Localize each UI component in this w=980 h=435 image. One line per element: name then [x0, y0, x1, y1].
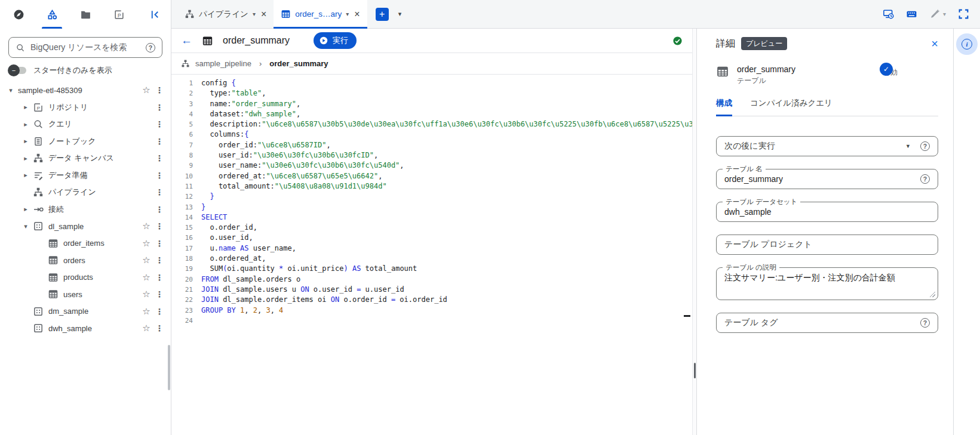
tab-configuration[interactable]: 構成: [716, 98, 732, 116]
star-icon[interactable]: ☆: [139, 323, 154, 334]
sidebar-scrollbar[interactable]: [168, 345, 170, 390]
code-text[interactable]: name:"order_summary",: [193, 99, 692, 109]
code-line[interactable]: 11 total_amount:"\u5408\u8a08\u91d1\u984…: [171, 181, 692, 192]
search-input[interactable]: BigQuery リソースを検索 ?: [8, 37, 162, 58]
tree-item[interactable]: ▸クエリ⋮: [0, 116, 171, 133]
info-button[interactable]: i: [956, 33, 978, 55]
folder-icon[interactable]: [73, 0, 98, 29]
more-menu-icon[interactable]: ⋮: [154, 239, 165, 248]
code-line[interactable]: 16 o.user_id,: [171, 233, 692, 243]
more-menu-icon[interactable]: ⋮: [154, 119, 165, 129]
caret-right-icon[interactable]: ▸: [19, 155, 33, 162]
more-menu-icon[interactable]: ⋮: [154, 273, 165, 282]
code-line[interactable]: 23GROUP BY 1, 2, 3, 4: [171, 306, 692, 316]
tree-item[interactable]: users☆⋮: [0, 286, 171, 303]
explorer-shapes-icon[interactable]: [39, 0, 64, 29]
tree-item[interactable]: orders☆⋮: [0, 252, 171, 269]
collapse-panel-icon[interactable]: [145, 0, 165, 29]
table-project-field[interactable]: テーブル プロジェクト: [716, 235, 938, 255]
code-text[interactable]: JOIN dl_sample.users u ON o.user_id = u.…: [193, 285, 692, 295]
code-text[interactable]: user_name:"\u30e6\u30fc\u30b6\u30fc\u540…: [193, 161, 692, 171]
tree-item[interactable]: ▾dl_sample☆⋮: [0, 218, 171, 235]
more-menu-icon[interactable]: ⋮: [154, 85, 165, 95]
code-line[interactable]: 20FROM dl_sample.orders o: [171, 274, 692, 285]
new-tab-button[interactable]: +: [376, 8, 389, 21]
code-text[interactable]: o.user_id,: [193, 233, 692, 243]
code-line[interactable]: 7 order_id:"\u6ce8\u6587ID",: [171, 140, 692, 150]
more-menu-icon[interactable]: ⋮: [154, 171, 165, 180]
chevron-down-icon[interactable]: ▼: [905, 143, 911, 149]
caret-right-icon[interactable]: ▸: [19, 103, 33, 111]
code-text[interactable]: total_amount:"\u5408\u8a08\u91d1\u984d": [193, 181, 692, 192]
code-text[interactable]: JOIN dl_sample.order_items oi ON o.order…: [193, 295, 692, 305]
tab-compiled-query[interactable]: コンパイル済みクエリ: [750, 98, 832, 116]
code-line[interactable]: 2 type:"table",: [171, 88, 692, 98]
caret-right-icon[interactable]: ▸: [19, 137, 33, 145]
run-button[interactable]: 実行: [314, 32, 357, 49]
caret-right-icon[interactable]: ▸: [19, 121, 33, 128]
code-text[interactable]: description:"\u6ce8\u6587\u30b5\u30de\u3…: [193, 119, 692, 129]
schedule-icon[interactable]: [883, 8, 894, 20]
more-menu-icon[interactable]: ⋮: [154, 255, 165, 265]
code-line[interactable]: 5 description:"\u6ce8\u6587\u30b5\u30de\…: [171, 119, 692, 129]
tree-item[interactable]: dwh_sample☆⋮: [0, 320, 171, 337]
caret-right-icon[interactable]: ▸: [19, 205, 33, 213]
close-icon[interactable]: ×: [261, 9, 266, 20]
code-line[interactable]: 12 }: [171, 192, 692, 202]
code-line[interactable]: 6 columns:{: [171, 129, 692, 140]
code-text[interactable]: FROM dl_sample.orders o: [193, 274, 692, 285]
code-text[interactable]: o.order_id,: [193, 223, 692, 233]
code-line[interactable]: 22JOIN dl_sample.order_items oi ON o.ord…: [171, 295, 692, 305]
more-menu-icon[interactable]: ⋮: [154, 153, 165, 163]
code-text[interactable]: SELECT: [193, 212, 692, 223]
code-text[interactable]: o.ordered_at,: [193, 254, 692, 264]
table-tags-field[interactable]: テーブル タグ ?: [716, 313, 938, 333]
code-line[interactable]: 19 SUM(oi.quantity * oi.unit_price) AS t…: [171, 264, 692, 274]
code-editor[interactable]: 1config {2 type:"table",3 name:"order_su…: [171, 75, 692, 435]
code-line[interactable]: 24: [171, 316, 692, 326]
code-line[interactable]: 21JOIN dl_sample.users u ON o.user_id = …: [171, 285, 692, 295]
table-name-field[interactable]: テーブル 名 order_summary ?: [716, 169, 938, 189]
more-menu-icon[interactable]: ⋮: [154, 289, 165, 299]
caret-down-icon[interactable]: ▾: [19, 223, 33, 230]
tree-item[interactable]: ▸接続⋮: [0, 201, 171, 218]
code-line[interactable]: 10 ordered_at:"\u6ce8\u6587\u65e5\u6642"…: [171, 171, 692, 181]
close-icon[interactable]: ×: [931, 38, 938, 50]
star-icon[interactable]: ☆: [139, 272, 154, 283]
help-icon[interactable]: ?: [920, 141, 930, 151]
code-line[interactable]: 4 dataset:"dwh_sample",: [171, 109, 692, 119]
code-text[interactable]: ordered_at:"\u6ce8\u6587\u65e5\u6642",: [193, 171, 692, 181]
code-text[interactable]: GROUP BY 1, 2, 3, 4: [193, 306, 692, 316]
code-text[interactable]: u.name AS user_name,: [193, 243, 692, 254]
code-line[interactable]: 3 name:"order_summary",: [171, 99, 692, 109]
code-text[interactable]: config {: [193, 78, 692, 88]
code-text[interactable]: }: [193, 202, 692, 212]
caret-right-icon[interactable]: ▸: [19, 171, 33, 179]
more-menu-icon[interactable]: ⋮: [154, 323, 165, 333]
logo-compass-icon[interactable]: [6, 0, 31, 29]
tab-overflow-chevron-icon[interactable]: ▾: [398, 10, 402, 18]
code-text[interactable]: dataset:"dwh_sample",: [193, 109, 692, 119]
resize-handle-icon[interactable]: [930, 292, 935, 297]
code-line[interactable]: 9 user_name:"\u30e6\u30fc\u30b6\u30fc\u5…: [171, 161, 692, 171]
code-text[interactable]: type:"table",: [193, 88, 692, 98]
keyboard-icon[interactable]: [906, 8, 917, 20]
tree-item[interactable]: products☆⋮: [0, 269, 171, 286]
tree-item[interactable]: パイプライン⋮: [0, 184, 171, 201]
table-dataset-field[interactable]: テーブル データセット dwh_sample: [716, 202, 938, 222]
repository-icon[interactable]: P: [106, 0, 131, 29]
tab-order-summary[interactable]: order_s…ary ▾ ×: [274, 0, 367, 28]
help-icon[interactable]: ?: [920, 318, 930, 328]
code-line[interactable]: 15 o.order_id,: [171, 223, 692, 233]
tree-item[interactable]: ▸ノートブック⋮: [0, 133, 171, 150]
star-icon[interactable]: ☆: [139, 238, 154, 249]
code-line[interactable]: 13}: [171, 202, 692, 212]
more-menu-icon[interactable]: ⋮: [154, 187, 165, 197]
code-line[interactable]: 8 user_id:"\u30e6\u30fc\u30b6\u30fcID",: [171, 150, 692, 161]
star-filter-toggle[interactable]: −: [10, 67, 26, 74]
code-line[interactable]: 14SELECT: [171, 212, 692, 223]
tree-item[interactable]: dm_sample☆⋮: [0, 303, 171, 320]
code-text[interactable]: columns:{: [193, 129, 692, 140]
table-description-field[interactable]: テーブル の説明 注文サマリー:ユーザー別・注文別の合計金額: [716, 267, 938, 300]
chevron-down-icon[interactable]: ▾: [253, 11, 256, 17]
